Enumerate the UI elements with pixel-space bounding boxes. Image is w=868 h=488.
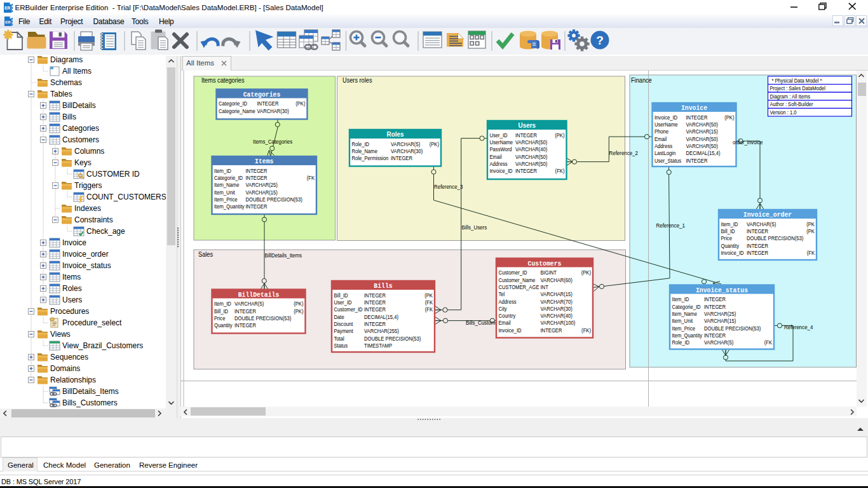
svg-text:(PK): (PK) — [555, 132, 564, 139]
svg-text:Reference_3: Reference_3 — [434, 184, 463, 190]
svg-text:Categorie_ID: Categorie_ID — [672, 304, 702, 310]
svg-text:Schemas: Schemas — [50, 78, 82, 87]
svg-text:VARCHAR(50): VARCHAR(50) — [686, 136, 718, 142]
svg-text:Procedure_select: Procedure_select — [62, 318, 122, 327]
svg-text:Reference_1: Reference_1 — [656, 222, 685, 229]
svg-text:Items: Items — [255, 157, 273, 165]
svg-text:?: ? — [596, 34, 604, 47]
svg-text:(FK): (FK) — [555, 168, 565, 174]
svg-text:INTEGER: INTEGER — [515, 168, 537, 174]
svg-text:Customer_Name: Customer_Name — [499, 277, 536, 283]
svg-text:VARCHAR(25): VARCHAR(25) — [246, 182, 278, 188]
svg-text:Procedures: Procedures — [50, 307, 89, 316]
svg-text:Item_Quantity: Item_Quantity — [214, 203, 245, 210]
svg-text:Email: Email — [654, 136, 667, 142]
svg-text:INTEGER: INTEGER — [364, 306, 386, 313]
svg-text:VARCHAR(40): VARCHAR(40) — [541, 313, 573, 319]
svg-text:Invoice_ID: Invoice_ID — [499, 327, 522, 334]
svg-text:Item_Price: Item_Price — [672, 325, 696, 332]
svg-text:(FK: (FK — [307, 175, 315, 181]
svg-text:Item_ID: Item_ID — [214, 301, 231, 307]
svg-text:(FK: (FK — [425, 306, 433, 313]
svg-text:Address: Address — [490, 161, 508, 167]
svg-text:Diagram : All Items: Diagram : All Items — [770, 93, 811, 100]
svg-text:Domains: Domains — [50, 364, 80, 373]
svg-text:Relationships: Relationships — [50, 376, 96, 384]
svg-text:Sequences: Sequences — [50, 353, 88, 362]
svg-text:VARCHAR(25): VARCHAR(25) — [704, 311, 736, 317]
svg-text:Phone: Phone — [654, 128, 668, 135]
svg-text:INTEGER: INTEGER — [364, 299, 386, 306]
svg-text:TIMESTAMP: TIMESTAMP — [364, 342, 392, 349]
svg-text:order_invoice: order_invoice — [733, 139, 763, 146]
svg-text:INTEGER: INTEGER — [246, 203, 268, 210]
svg-text:VARCHAR(30): VARCHAR(30) — [541, 306, 573, 312]
svg-text:Status: Status — [334, 342, 348, 349]
svg-text:Item_Unit: Item_Unit — [214, 189, 235, 196]
svg-text:Version : 1.0: Version : 1.0 — [770, 109, 797, 116]
svg-text:CUSTOMER_AGE: CUSTOMER_AGE — [499, 284, 539, 290]
svg-text:INTEGER: INTEGER — [364, 292, 386, 299]
svg-text:INTEGER: INTEGER — [704, 296, 726, 302]
svg-text:VARCHAR(15): VARCHAR(15) — [541, 291, 573, 297]
svg-text:Project : Sales DataModel: Project : Sales DataModel — [770, 85, 825, 92]
svg-text:Country: Country — [499, 313, 516, 319]
svg-text:Invoice_status: Invoice_status — [62, 261, 111, 270]
svg-text:Bills_Customers: Bills_Customers — [62, 398, 118, 407]
svg-text:Invoice: Invoice — [62, 238, 86, 247]
svg-text:(PK): (PK) — [294, 308, 303, 315]
svg-text:Customers: Customers — [62, 135, 99, 144]
svg-text:Triggers: Triggers — [74, 181, 102, 190]
svg-text:Reference_2: Reference_2 — [609, 150, 638, 156]
svg-text:Items: Items — [62, 273, 81, 281]
svg-text:User_ID: User_ID — [490, 132, 508, 139]
svg-text:INTEGER: INTEGER — [686, 114, 708, 121]
svg-text:LastLogin: LastLogin — [654, 150, 675, 156]
svg-text:INTEGER: INTEGER — [364, 321, 386, 327]
svg-text:INTEGER: INTEGER — [391, 155, 412, 161]
svg-text:Role_Name: Role_Name — [352, 148, 377, 154]
svg-text:Bills: Bills — [374, 281, 392, 290]
svg-text:Bill_ID: Bill_ID — [721, 228, 736, 234]
svg-text:Bill_ID: Bill_ID — [334, 292, 349, 299]
svg-text:Invoice_ID: Invoice_ID — [721, 250, 745, 256]
svg-text:VARCHAR(5): VARCHAR(5) — [234, 301, 264, 307]
svg-text:VARCHAR(5): VARCHAR(5) — [704, 339, 733, 346]
svg-text:Categories: Categories — [62, 124, 99, 133]
svg-text:Item_Price: Item_Price — [214, 196, 238, 203]
svg-text:Categorie_ID: Categorie_ID — [219, 100, 248, 107]
svg-text:(PK: (PK — [806, 221, 815, 227]
svg-text:Item_ID: Item_ID — [214, 168, 231, 174]
svg-text:Price: Price — [721, 235, 732, 241]
svg-text:Author : Soft-Builder: Author : Soft-Builder — [770, 101, 813, 107]
svg-text:INTEGER: INTEGER — [704, 304, 726, 310]
svg-text:Quantity: Quantity — [721, 243, 740, 249]
svg-text:Item_Name: Item_Name — [214, 182, 240, 188]
svg-text:(PK): (PK) — [295, 100, 305, 107]
svg-text:Role_ID: Role_ID — [352, 141, 370, 147]
svg-text:Address: Address — [654, 143, 673, 149]
svg-text:Check_age: Check_age — [86, 227, 125, 236]
svg-text:BillDetails_Items: BillDetails_Items — [265, 252, 302, 259]
svg-text:Item_ID: Item_ID — [721, 221, 738, 227]
svg-text:Categorie_ID: Categorie_ID — [214, 175, 243, 181]
svg-text:Email: Email — [499, 320, 511, 326]
svg-text:Address: Address — [499, 299, 517, 305]
svg-text:Bill_ID: Bill_ID — [214, 308, 229, 315]
svg-text:CUSTOMER ID: CUSTOMER ID — [86, 170, 140, 179]
svg-text:VARCHAR(15): VARCHAR(15) — [704, 318, 736, 324]
svg-text:Indexes: Indexes — [74, 204, 101, 213]
svg-text:Total: Total — [334, 336, 344, 342]
svg-text:VARCHAR(5): VARCHAR(5) — [747, 221, 776, 227]
svg-text:Invoice: Invoice — [681, 104, 707, 112]
svg-text:VARCHAR(30): VARCHAR(30) — [391, 148, 423, 154]
svg-text:ER: ER — [5, 20, 11, 24]
svg-text:UserName: UserName — [654, 121, 678, 128]
svg-text:Payment: Payment — [334, 328, 354, 334]
svg-text:Invoice_ID: Invoice_ID — [654, 114, 678, 121]
svg-text:BillDetails: BillDetails — [238, 290, 280, 299]
svg-text:(FK: (FK — [425, 299, 433, 306]
svg-text:DECIMAL(15,4): DECIMAL(15,4) — [364, 314, 398, 320]
svg-text:Invoice_order: Invoice_order — [743, 210, 792, 219]
svg-text:INTEGER: INTEGER — [747, 250, 768, 256]
